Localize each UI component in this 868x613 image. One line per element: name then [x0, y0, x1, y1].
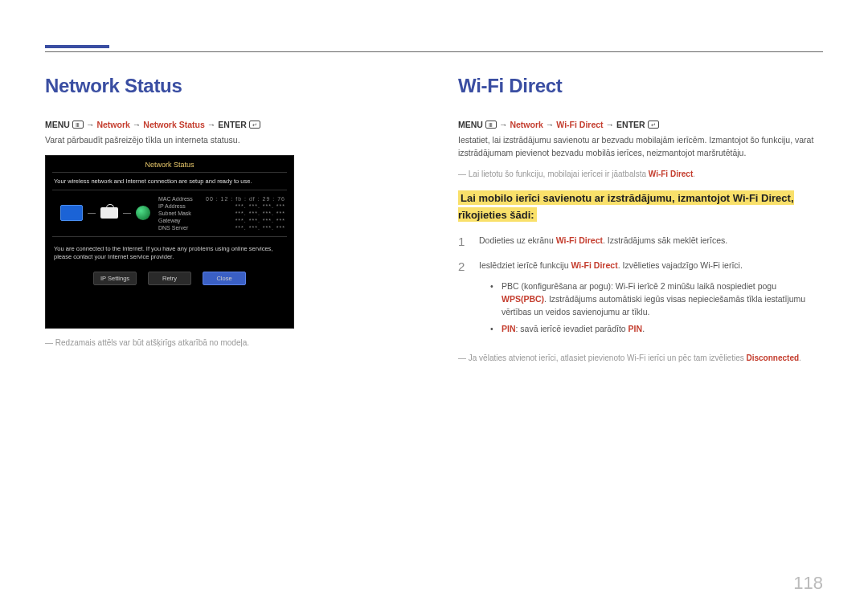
two-column-layout: Network Status MENU Ⅲ → Network → Networ…	[45, 75, 823, 364]
steps-list: 1 Dodieties uz ekrānu Wi-Fi Direct. Izst…	[458, 235, 823, 341]
left-column: Network Status MENU Ⅲ → Network → Networ…	[45, 75, 410, 364]
ip-settings-button: IP Settings	[93, 272, 137, 285]
bullet-list: • PBC (konfigurēšana ar pogu): Wi-Fi ier…	[479, 280, 823, 336]
retry-button: Retry	[148, 272, 191, 285]
arrow-icon: →	[86, 120, 95, 129]
enter-label: ENTER	[616, 120, 645, 129]
note-text: Ja vēlaties atvienot ierīci, atlasiet pi…	[469, 353, 747, 362]
screenshot-title: Network Status	[46, 156, 293, 172]
note-emphasis: Disconnected	[746, 353, 799, 362]
note-text: Lai lietotu šo funkciju, mobilajai ierīc…	[469, 170, 649, 178]
info-label: Gateway	[158, 218, 181, 223]
info-label: DNS Server	[158, 225, 188, 231]
arrow-icon: →	[133, 120, 141, 129]
menu-label: MENU	[45, 120, 70, 129]
heading-network-status: Network Status	[45, 75, 410, 97]
arrow-icon: →	[606, 120, 615, 129]
globe-icon	[136, 206, 150, 220]
path-segment: Network Status	[143, 120, 204, 129]
description-text: Iestatiet, lai izstrādājumu savienotu ar…	[458, 134, 823, 160]
menu-grid-icon: Ⅲ	[485, 121, 497, 129]
info-label: IP Address	[158, 203, 186, 209]
info-value: ***. ***. ***. ***	[235, 218, 285, 223]
path-segment: Network	[96, 120, 129, 129]
screenshot-button-row: IP Settings Retry Close	[46, 265, 293, 293]
support-note: ― Lai lietotu šo funkciju, mobilajai ier…	[458, 168, 823, 180]
heading-wifi-direct: Wi-Fi Direct	[458, 75, 823, 97]
step-1: 1 Dodieties uz ekrānu Wi-Fi Direct. Izst…	[458, 235, 823, 248]
bullet-pin: • PIN: savā ierīcē ievadiet parādīto PIN…	[490, 323, 823, 336]
step-number: 2	[458, 260, 468, 341]
network-info-table: MAC Address00 : 12 : fb : df : 29 : 76 I…	[158, 195, 285, 231]
menu-path-wifi-direct: MENU Ⅲ → Network → Wi-Fi Direct → ENTER …	[458, 120, 823, 129]
step-2: 2 Ieslēdziet ierīcē funkciju Wi-Fi Direc…	[458, 260, 823, 341]
step-number: 1	[458, 235, 468, 248]
manual-page: Network Status MENU Ⅲ → Network → Networ…	[0, 0, 868, 364]
right-column: Wi-Fi Direct MENU Ⅲ → Network → Wi-Fi Di…	[458, 75, 823, 364]
enter-label: ENTER	[218, 120, 247, 129]
enter-icon: ↵	[249, 121, 260, 129]
disconnect-note: ― Ja vēlaties atvienot ierīci, atlasiet …	[458, 352, 823, 364]
bullet-pbc: • PBC (konfigurēšana ar pogu): Wi-Fi ier…	[490, 280, 823, 318]
screenshot-bottom-message: You are connected to the Internet. If yo…	[46, 237, 293, 266]
info-value: 00 : 12 : fb : df : 29 : 76	[206, 196, 285, 202]
description-text: Varat pārbaudīt pašreizējo tīkla un inte…	[45, 134, 410, 147]
highlighted-heading: Lai mobilo ierīci savienotu ar izstrādāj…	[458, 190, 823, 224]
menu-label: MENU	[458, 120, 483, 129]
step-body: Ieslēdziet ierīcē funkciju Wi-Fi Direct.…	[479, 260, 823, 341]
note-emphasis: Wi-Fi Direct	[649, 170, 693, 178]
footnote: ― Redzamais attēls var būt atšķirīgs atk…	[45, 337, 410, 349]
info-value: ***. ***. ***. ***	[235, 225, 285, 231]
section-marker	[45, 45, 109, 48]
horizontal-rule	[45, 51, 823, 52]
path-segment: Wi-Fi Direct	[556, 120, 603, 129]
enter-icon: ↵	[648, 121, 659, 129]
highlight-text: Lai mobilo ierīci savienotu ar izstrādāj…	[458, 190, 794, 222]
menu-grid-icon: Ⅲ	[72, 121, 84, 129]
close-button: Close	[203, 272, 246, 285]
link-icon	[88, 213, 96, 214]
network-status-screenshot: Network Status Your wireless network and…	[45, 155, 294, 329]
link-icon	[123, 213, 131, 214]
info-value: ***. ***. ***. ***	[235, 210, 285, 216]
path-segment: Network	[510, 120, 542, 129]
page-number: 118	[793, 573, 823, 594]
arrow-icon: →	[207, 120, 216, 129]
info-label: MAC Address	[158, 196, 193, 202]
info-label: Subnet Mask	[158, 210, 191, 216]
info-value: ***. ***. ***. ***	[235, 203, 285, 209]
screenshot-top-message: Your wireless network and Internet conne…	[46, 173, 293, 190]
router-icon	[100, 207, 118, 219]
footnote-text: Redzamais attēls var būt atšķirīgs atkar…	[55, 338, 249, 347]
tv-icon	[60, 205, 83, 221]
connection-diagram	[60, 205, 150, 221]
step-body: Dodieties uz ekrānu Wi-Fi Direct. Izstrā…	[479, 235, 823, 248]
screenshot-middle-row: MAC Address00 : 12 : fb : df : 29 : 76 I…	[46, 190, 293, 236]
menu-path-network-status: MENU Ⅲ → Network → Network Status → ENTE…	[45, 120, 410, 129]
arrow-icon: →	[546, 120, 555, 129]
arrow-icon: →	[499, 120, 508, 129]
